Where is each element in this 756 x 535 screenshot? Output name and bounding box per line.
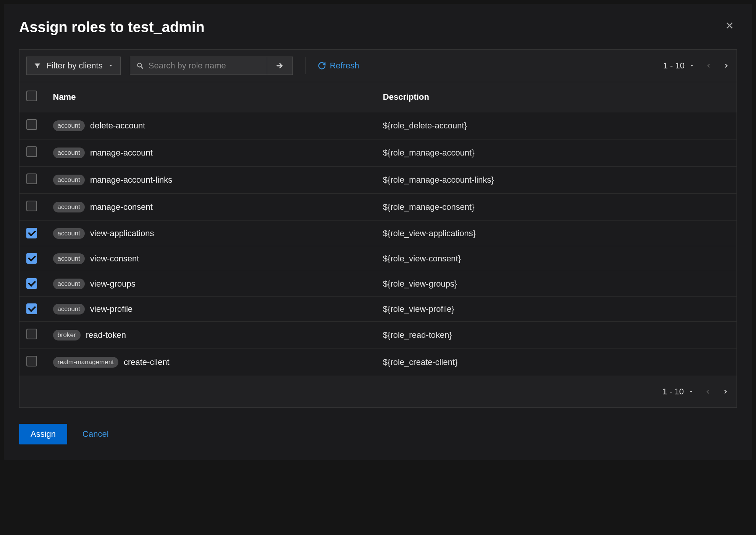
client-chip: account: [53, 175, 85, 185]
client-chip: account: [53, 228, 85, 239]
page-range-dropdown[interactable]: 1 - 10: [663, 61, 695, 71]
role-name: view-groups: [90, 279, 136, 289]
row-checkbox[interactable]: [26, 201, 37, 211]
divider: [305, 57, 305, 74]
search-icon: [136, 62, 144, 70]
client-chip: account: [53, 304, 85, 315]
table-row: accountview-consent${role_view-consent}: [19, 246, 737, 271]
filter-label: Filter by clients: [47, 61, 103, 71]
svg-line-1: [141, 67, 143, 69]
table-row: accountview-profile${role_view-profile}: [19, 297, 737, 322]
row-checkbox[interactable]: [26, 356, 37, 366]
search-group: [130, 57, 293, 75]
close-icon: ✕: [725, 21, 734, 31]
row-checkbox[interactable]: [26, 173, 37, 184]
row-checkbox[interactable]: [26, 329, 37, 339]
table-row: accountdelete-account${role_delete-accou…: [19, 112, 737, 139]
table-header-row: Name Description: [19, 82, 737, 112]
modal-footer: Assign Cancel: [19, 424, 737, 444]
table-row: accountmanage-account-links${role_manage…: [19, 167, 737, 194]
assign-button[interactable]: Assign: [19, 424, 67, 444]
chevron-right-icon: [722, 388, 729, 395]
row-checkbox[interactable]: [26, 303, 37, 314]
arrow-right-icon: [276, 62, 284, 70]
role-name: view-consent: [90, 254, 139, 264]
role-description: ${role_manage-account}: [376, 139, 737, 167]
page-next-button[interactable]: [722, 388, 729, 395]
filter-icon: [34, 62, 41, 70]
client-chip: account: [53, 279, 85, 289]
page-range-label: 1 - 10: [663, 61, 685, 71]
role-description: ${role_view-consent}: [376, 246, 737, 271]
modal-title: Assign roles to test_admin: [19, 19, 205, 36]
client-chip: account: [53, 253, 85, 264]
refresh-label: Refresh: [330, 61, 359, 71]
pagination-top: 1 - 10: [663, 61, 730, 71]
page-prev-button[interactable]: [704, 388, 711, 395]
column-description[interactable]: Description: [376, 82, 737, 112]
table-row: brokerread-token${role_read-token}: [19, 322, 737, 349]
row-checkbox[interactable]: [26, 278, 37, 289]
roles-table: Name Description accountdelete-account${…: [19, 82, 737, 376]
caret-down-icon: [688, 389, 694, 394]
chevron-left-icon: [704, 388, 711, 395]
page-prev-button[interactable]: [705, 62, 712, 69]
pagination-bottom: 1 - 10: [662, 387, 729, 397]
role-description: ${role_view-applications}: [376, 221, 737, 246]
row-checkbox[interactable]: [26, 228, 37, 238]
row-checkbox[interactable]: [26, 119, 37, 130]
role-description: ${role_create-client}: [376, 349, 737, 376]
table-row: accountview-applications${role_view-appl…: [19, 221, 737, 246]
role-description: ${role_read-token}: [376, 322, 737, 349]
filter-dropdown[interactable]: Filter by clients: [26, 57, 121, 75]
search-box[interactable]: [130, 57, 267, 75]
client-chip: realm-management: [53, 357, 118, 368]
select-all-checkbox[interactable]: [26, 91, 37, 101]
role-name: delete-account: [90, 121, 145, 131]
table-row: accountmanage-account${role_manage-accou…: [19, 139, 737, 167]
table-row: realm-managementcreate-client${role_crea…: [19, 349, 737, 376]
chevron-left-icon: [705, 62, 712, 69]
role-description: ${role_view-groups}: [376, 271, 737, 297]
table-footer: 1 - 10: [19, 376, 737, 408]
role-name: create-client: [124, 357, 170, 367]
role-name: manage-consent: [90, 202, 153, 212]
column-name[interactable]: Name: [46, 82, 376, 112]
role-name: manage-account-links: [90, 175, 172, 185]
role-name: read-token: [86, 330, 126, 340]
toolbar: Filter by clients Refresh: [19, 49, 737, 82]
close-button[interactable]: ✕: [722, 19, 737, 33]
row-checkbox[interactable]: [26, 146, 37, 157]
table-row: accountmanage-consent${role_manage-conse…: [19, 194, 737, 221]
refresh-button[interactable]: Refresh: [318, 61, 359, 71]
cancel-button[interactable]: Cancel: [82, 429, 108, 439]
role-name: manage-account: [90, 148, 153, 158]
client-chip: broker: [53, 330, 81, 340]
role-name: view-applications: [90, 229, 154, 238]
search-input[interactable]: [149, 61, 261, 71]
search-submit-button[interactable]: [267, 57, 293, 75]
client-chip: account: [53, 148, 85, 158]
role-description: ${role_view-profile}: [376, 297, 737, 322]
caret-down-icon: [689, 63, 695, 68]
row-checkbox[interactable]: [26, 253, 37, 264]
role-description: ${role_delete-account}: [376, 112, 737, 139]
assign-roles-modal: Assign roles to test_admin ✕ Filter by c…: [4, 4, 752, 460]
role-description: ${role_manage-account-links}: [376, 167, 737, 194]
refresh-icon: [318, 62, 326, 70]
modal-header: Assign roles to test_admin ✕: [19, 19, 737, 36]
page-range-dropdown[interactable]: 1 - 10: [662, 387, 694, 397]
client-chip: account: [53, 120, 85, 131]
caret-down-icon: [108, 63, 113, 68]
table-row: accountview-groups${role_view-groups}: [19, 271, 737, 297]
role-name: view-profile: [90, 304, 132, 314]
client-chip: account: [53, 202, 85, 212]
page-next-button[interactable]: [723, 62, 730, 69]
svg-point-0: [137, 63, 141, 67]
chevron-right-icon: [723, 62, 730, 69]
role-description: ${role_manage-consent}: [376, 194, 737, 221]
page-range-label: 1 - 10: [662, 387, 684, 397]
